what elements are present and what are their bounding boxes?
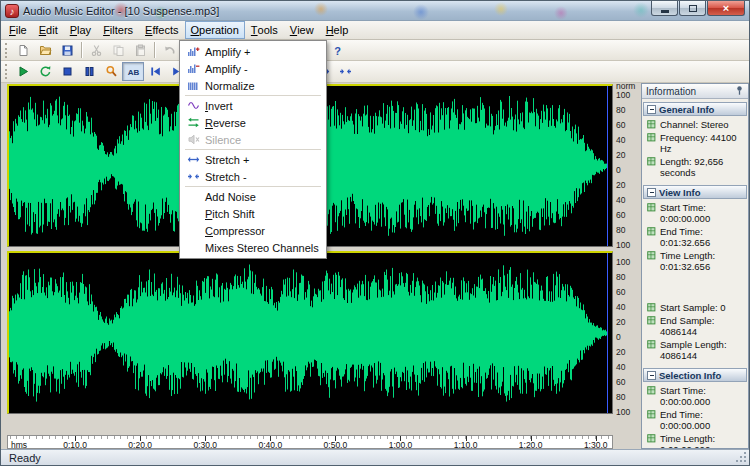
info-row-text: Length: 92,656 seconds (660, 156, 723, 178)
window-title: Audio Music Editor - [10 Suspense.mp3] (23, 5, 219, 17)
stop-icon (61, 65, 74, 78)
copy-icon (112, 44, 125, 57)
silence-icon (187, 133, 200, 146)
menu-separator (185, 95, 321, 96)
silence-cell (184, 133, 203, 146)
menu-item-stretch[interactable]: Stretch + (182, 151, 324, 168)
resize-grip[interactable] (735, 451, 747, 463)
svg-text:AB: AB (127, 68, 139, 77)
stretch-plus-cell (184, 153, 203, 166)
help-button[interactable]: ? (326, 41, 348, 60)
stop-button[interactable] (56, 62, 78, 81)
menu-item-reverse[interactable]: Reverse (182, 114, 324, 131)
stretch-minus-cell (184, 170, 203, 183)
find-button[interactable] (100, 62, 122, 81)
menu-item-pitch-shift[interactable]: Pitch Shift (182, 205, 324, 222)
undo-button (158, 41, 180, 60)
pin-icon[interactable] (734, 85, 745, 98)
play-button[interactable] (12, 62, 34, 81)
scale-label: 60 (616, 288, 625, 297)
timeline-label: 0:50.0 (324, 440, 348, 450)
shrink-h-button[interactable] (334, 62, 356, 81)
menu-tools[interactable]: Tools (245, 21, 284, 39)
new-file-button[interactable] (12, 41, 34, 60)
section-header-view-info[interactable]: View Info (643, 185, 747, 199)
scale-label: 60 (616, 211, 625, 220)
menu-file[interactable]: File (3, 21, 33, 39)
scale-label: 100 (616, 258, 630, 267)
loop-icon (39, 65, 52, 78)
section-header-general-info[interactable]: General Info (643, 102, 747, 116)
operation-menu: Amplify +Amplify -NormalizeInvertReverse… (179, 40, 327, 259)
timeline-label: 0:20.0 (128, 440, 152, 450)
status-bar: Ready (1, 449, 749, 465)
maximize-button[interactable] (679, 1, 706, 16)
info-row-text: Sample Length: 4086144 (660, 339, 727, 361)
scale-label: 100 (616, 241, 630, 250)
menu-item-compressor[interactable]: Compressor (182, 222, 324, 239)
menu-item-normalize[interactable]: Normalize (182, 77, 324, 94)
info-item-icon (647, 133, 656, 144)
menu-item-label: Stretch + (203, 154, 249, 166)
menu-play[interactable]: Play (64, 21, 97, 39)
scale-label: 80 (616, 106, 625, 115)
save-file-button[interactable] (56, 41, 78, 60)
copy-button (107, 41, 129, 60)
menu-view[interactable]: View (284, 21, 320, 39)
menu-item-invert[interactable]: Invert (182, 97, 324, 114)
open-file-button[interactable] (34, 41, 56, 60)
menu-edit[interactable]: Edit (33, 21, 64, 39)
menu-help[interactable]: Help (320, 21, 355, 39)
toolbar-grip[interactable] (5, 64, 8, 79)
skip-start-button[interactable] (144, 62, 166, 81)
titlebar[interactable]: ♪ Audio Music Editor - [10 Suspense.mp3]… (1, 1, 749, 21)
menu-item-add-noise[interactable]: Add Noise (182, 188, 324, 205)
waveform-right-channel[interactable] (7, 251, 613, 414)
info-item-icon (647, 434, 656, 445)
cut-icon (90, 44, 103, 57)
maximize-icon (689, 5, 697, 12)
menu-effects[interactable]: Effects (139, 21, 184, 39)
menu-filters[interactable]: Filters (97, 21, 139, 39)
loop-button[interactable] (34, 62, 56, 81)
find-icon (105, 65, 118, 78)
menu-operation[interactable]: Operation (185, 21, 245, 39)
timeline-ruler[interactable]: hms0:10.00:20.00:30.00:40.00:50.01:00.01… (7, 435, 613, 449)
row-spacer (647, 274, 745, 302)
ab-repeat-button[interactable]: AB (122, 62, 144, 81)
menu-item-label: Add Noise (203, 191, 256, 203)
save-file-icon (61, 44, 74, 57)
reverse-icon (187, 116, 200, 129)
timeline-label: 0:40.0 (258, 440, 282, 450)
pause-button[interactable] (78, 62, 100, 81)
section-header-selection-info[interactable]: Selection Info (643, 368, 747, 382)
skip-start-icon (149, 65, 162, 78)
timeline-label: 0:30.0 (193, 440, 217, 450)
info-item-icon (647, 157, 656, 168)
info-row-text: Time Length: 0:01:32.656 (660, 250, 715, 272)
menu-item-amplify[interactable]: Amplify + (182, 43, 324, 60)
collapse-icon[interactable] (647, 371, 656, 380)
menu-item-amplify[interactable]: Amplify - (182, 60, 324, 77)
info-item-icon (647, 251, 656, 262)
info-row: End Time: 0:01:32.656 (647, 226, 745, 248)
invert-cell (184, 99, 203, 112)
info-row: Time Length: 0:00:00.000 (647, 433, 745, 448)
menu-item-mixes-stereo-channels[interactable]: Mixes Stereo Channels (182, 239, 324, 256)
scale-label: 20 (616, 181, 625, 190)
amplify-plus-icon (187, 45, 200, 58)
info-row-text: Time Length: 0:00:00.000 (660, 433, 715, 448)
close-button[interactable]: × (707, 1, 745, 16)
info-item-icon (647, 316, 656, 325)
status-text: Ready (9, 452, 41, 464)
menu-item-stretch[interactable]: Stretch - (182, 168, 324, 185)
toolbar-grip[interactable] (5, 43, 8, 58)
scale-label: 100 (616, 91, 630, 100)
scale-label: 20 (616, 151, 625, 160)
menu-item-label: Stretch - (203, 171, 247, 183)
minimize-button[interactable] (651, 1, 678, 16)
scale-label: 0 (616, 333, 621, 342)
collapse-icon[interactable] (647, 105, 656, 114)
collapse-icon[interactable] (647, 188, 656, 197)
paste-button (129, 41, 151, 60)
